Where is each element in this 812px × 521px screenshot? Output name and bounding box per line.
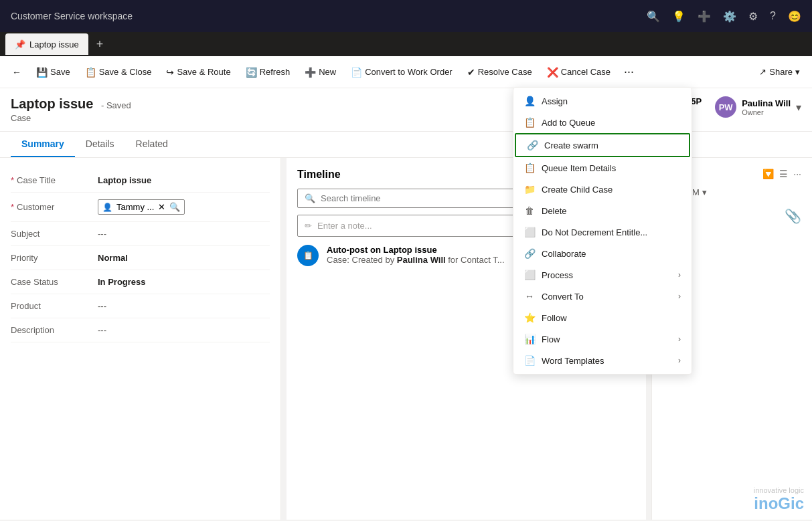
field-description: Description ---	[11, 318, 270, 342]
field-case-status: Case Status In Progress	[11, 270, 270, 294]
tab-bar: 📌 Laptop issue +	[0, 32, 812, 56]
menu-label-do-not-decrement: Do Not Decrement Entitle...	[542, 227, 647, 237]
required-star-customer: *	[11, 202, 14, 212]
required-star: *	[11, 175, 14, 185]
timeline-avatar: 📋	[297, 245, 319, 266]
convert-icon: 📄	[351, 67, 362, 78]
save-close-button[interactable]: 📋 Save & Close	[78, 64, 159, 80]
menu-label-delete: Delete	[542, 206, 567, 216]
word-templates-chevron-icon: ›	[678, 356, 681, 365]
new-icon: ➕	[305, 67, 316, 78]
record-owner: PW Paulina Will Owner ▾	[715, 96, 801, 118]
tab-label: Laptop issue	[29, 39, 79, 49]
convert-to-chevron-icon: ›	[678, 292, 681, 301]
save-route-button[interactable]: ↪ Save & Route	[159, 64, 237, 80]
menu-item-create-child-case[interactable]: 📁 Create Child Case	[513, 179, 692, 200]
save-close-icon: 📋	[85, 67, 96, 78]
menu-item-convert-to[interactable]: ↔ Convert To ›	[513, 286, 692, 307]
menu-item-word-templates[interactable]: 📄 Word Templates ›	[513, 350, 692, 371]
menu-item-create-swarm[interactable]: 🔗 Create swarm	[515, 133, 690, 157]
menu-item-collaborate[interactable]: 🔗 Collaborate	[513, 243, 692, 264]
plus-icon[interactable]: ➕	[698, 10, 711, 23]
expand-time-icon[interactable]: ▾	[702, 187, 707, 197]
menu-label-follow: Follow	[542, 313, 567, 323]
tab-laptop-issue[interactable]: 📌 Laptop issue	[5, 33, 88, 55]
tab-details[interactable]: Details	[75, 132, 125, 157]
convert-to-icon: ↔	[524, 291, 535, 302]
tab-related[interactable]: Related	[125, 132, 179, 157]
field-customer: *Customer 👤 Tammy ... ✕ 🔍	[11, 193, 270, 222]
timeline-content: Auto-post on Laptop issue Case: Created …	[327, 245, 505, 265]
value-case-title: Laptop issue	[98, 175, 151, 185]
label-customer: *Customer	[11, 202, 98, 212]
resolve-icon: ✔	[467, 67, 475, 78]
do-not-decrement-icon: ⬜	[524, 227, 535, 237]
watermark-logo: inoGic	[754, 494, 804, 513]
menu-item-do-not-decrement[interactable]: ⬜ Do Not Decrement Entitle...	[513, 221, 692, 243]
record-saved-status: - Saved	[101, 100, 131, 110]
filter-icon[interactable]: ⚙️	[723, 10, 736, 23]
menu-item-add-to-queue[interactable]: 📋 Add to Queue	[513, 112, 692, 133]
settings-icon[interactable]: ⚙	[748, 10, 758, 23]
group-button[interactable]: ☰	[779, 169, 788, 179]
field-product: Product ---	[11, 294, 270, 318]
more-options-button[interactable]: ···	[793, 169, 801, 179]
customer-value: Tammy ...	[116, 202, 154, 212]
menu-item-process[interactable]: ⬜ Process ›	[513, 264, 692, 286]
menu-item-assign[interactable]: 👤 Assign	[513, 90, 692, 112]
search-lookup-icon[interactable]: 🔍	[169, 202, 180, 212]
lightbulb-icon[interactable]: 💡	[672, 10, 685, 23]
search-icon[interactable]: 🔍	[647, 10, 660, 23]
flow-icon: 📊	[524, 334, 535, 344]
cancel-case-button[interactable]: ❌ Cancel Case	[540, 64, 617, 80]
add-queue-icon: 📋	[524, 117, 535, 128]
note-placeholder: Enter a note...	[317, 221, 372, 231]
convert-button[interactable]: 📄 Convert to Work Order	[344, 64, 459, 80]
timeline-item-body: Case: Created by Paulina Will for Contac…	[327, 255, 505, 265]
value-case-status: In Progress	[98, 277, 146, 287]
menu-label-assign: Assign	[542, 96, 568, 106]
share-button[interactable]: ↗ Share ▾	[752, 64, 807, 80]
user-icon[interactable]: 😊	[788, 10, 801, 23]
more-button[interactable]: ···	[619, 62, 639, 82]
owner-expand-button[interactable]: ▾	[796, 101, 801, 114]
assign-icon: 👤	[524, 96, 535, 106]
cancel-case-icon: ❌	[547, 67, 558, 78]
process-icon: ⬜	[524, 270, 535, 280]
menu-item-follow[interactable]: ⭐ Follow	[513, 307, 692, 328]
back-icon: ←	[12, 67, 21, 78]
field-case-title: *Case Title Laptop issue	[11, 169, 270, 193]
help-icon[interactable]: ?	[770, 10, 776, 22]
menu-item-flow[interactable]: 📊 Flow ›	[513, 328, 692, 350]
filter-button[interactable]: 🔽	[762, 169, 774, 179]
back-button[interactable]: ←	[5, 64, 28, 80]
share-icon: ↗	[759, 67, 766, 77]
edit-icon: ✏	[305, 221, 312, 231]
top-navigation: Customer Service workspace 🔍 💡 ➕ ⚙️ ⚙ ? …	[0, 0, 812, 32]
timeline-item-title: Auto-post on Laptop issue	[327, 245, 505, 255]
queue-details-icon: 📋	[524, 163, 535, 173]
refresh-button[interactable]: 🔄 Refresh	[239, 64, 297, 80]
context-menu: 👤 Assign 📋 Add to Queue 🔗 Create swarm 📋…	[513, 87, 692, 375]
save-icon: 💾	[36, 67, 48, 78]
customer-lookup[interactable]: 👤 Tammy ... ✕ 🔍	[98, 199, 185, 215]
save-button[interactable]: 💾 Save	[29, 64, 77, 80]
form-section: *Case Title Laptop issue *Customer 👤 Tam…	[0, 158, 281, 520]
resolve-case-button[interactable]: ✔ Resolve Case	[461, 64, 539, 80]
new-button[interactable]: ➕ New	[298, 64, 343, 80]
menu-label-create-child: Create Child Case	[542, 185, 613, 195]
label-product: Product	[11, 301, 98, 311]
attachments-icon[interactable]: 📎	[785, 208, 801, 224]
add-tab-button[interactable]: +	[91, 35, 109, 54]
tab-summary[interactable]: Summary	[11, 132, 75, 157]
word-templates-icon: 📄	[524, 355, 535, 366]
label-case-title: *Case Title	[11, 175, 98, 185]
menu-item-queue-item-details[interactable]: 📋 Queue Item Details	[513, 157, 692, 179]
menu-item-delete[interactable]: 🗑 Delete	[513, 200, 692, 221]
watermark-sub: innovative logic	[754, 486, 804, 494]
owner-name: Paulina Will	[742, 98, 791, 108]
refresh-icon: 🔄	[246, 67, 257, 78]
clear-icon[interactable]: ✕	[158, 202, 165, 212]
timeline-search-icon: 🔍	[305, 193, 315, 203]
field-subject: Subject ---	[11, 222, 270, 246]
